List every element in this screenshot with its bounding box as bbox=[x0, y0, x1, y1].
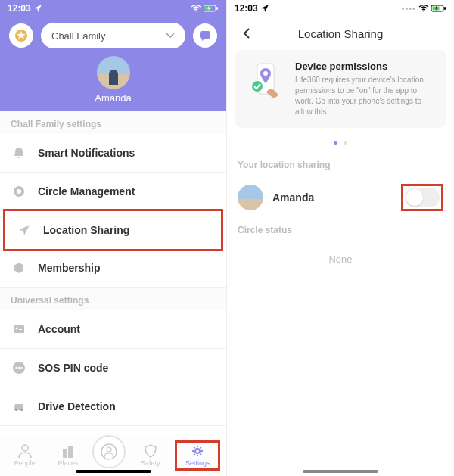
section-header-universal: Universal settings bbox=[0, 288, 226, 310]
location-arrow-icon bbox=[261, 5, 269, 12]
profile-name: Amanda bbox=[95, 92, 131, 104]
building-icon bbox=[61, 444, 76, 458]
list-item-label: Smart Notifications bbox=[38, 147, 135, 159]
card-title: Device permissions bbox=[295, 61, 428, 72]
device-permissions-card[interactable]: Device permissions Life360 requires your… bbox=[235, 50, 446, 128]
location-sharing-screen: 12:03 •••• Location Sharing bbox=[227, 0, 454, 476]
svg-point-24 bbox=[195, 449, 200, 453]
battery-icon bbox=[204, 5, 219, 12]
chevron-left-icon bbox=[242, 27, 251, 39]
gear-icon bbox=[190, 444, 205, 458]
tab-settings[interactable]: Settings bbox=[179, 444, 216, 467]
shield-icon bbox=[143, 444, 158, 458]
svg-point-0 bbox=[195, 11, 197, 12]
avatar-outline-icon bbox=[100, 443, 118, 461]
tab-settings-highlight: Settings bbox=[175, 440, 220, 471]
list-item-membership[interactable]: Membership bbox=[0, 249, 226, 288]
tab-people[interactable]: People bbox=[6, 444, 44, 467]
dot-active bbox=[334, 141, 337, 145]
list-item-smart-notifications[interactable]: Smart Notifications bbox=[0, 134, 226, 173]
svg-point-31 bbox=[252, 81, 263, 92]
settings-list: Chall Family settings Smart Notification… bbox=[0, 111, 226, 434]
carousel-dots bbox=[227, 134, 454, 148]
list-item-drive-detection[interactable]: Drive Detection bbox=[0, 387, 226, 426]
circle-icon bbox=[11, 183, 27, 200]
battery-icon bbox=[431, 5, 446, 12]
bell-icon bbox=[11, 145, 27, 161]
tab-label: Places bbox=[58, 459, 79, 467]
section-header-circle: Chall Family settings bbox=[0, 111, 226, 134]
tab-center-button[interactable] bbox=[92, 435, 126, 468]
page-title: Location Sharing bbox=[227, 27, 454, 40]
home-indicator[interactable] bbox=[76, 470, 151, 473]
circle-selector-label: Chall Family bbox=[51, 30, 106, 42]
svg-rect-20 bbox=[63, 449, 67, 458]
list-item-label: Circle Management bbox=[38, 185, 135, 198]
svg-rect-21 bbox=[68, 446, 73, 458]
list-item-privacy-security[interactable]: Privacy & Security bbox=[0, 426, 226, 434]
home-indicator[interactable] bbox=[303, 470, 378, 473]
hexagon-icon bbox=[11, 260, 27, 276]
toggle-highlight bbox=[401, 184, 443, 211]
location-arrow-icon bbox=[34, 5, 42, 12]
section-header-circle-status: Circle status bbox=[227, 219, 454, 241]
status-time: 12:03 bbox=[235, 3, 258, 14]
list-item-label: Account bbox=[38, 323, 80, 335]
svg-point-23 bbox=[107, 447, 111, 452]
header: Location Sharing bbox=[227, 17, 454, 50]
dots-icon bbox=[11, 359, 27, 376]
list-item-sos-pin[interactable]: SOS PIN code bbox=[0, 349, 226, 387]
svg-point-17 bbox=[20, 409, 23, 411]
back-button[interactable] bbox=[238, 24, 256, 42]
svg-point-25 bbox=[423, 11, 424, 12]
card-body: Life360 requires your device's location … bbox=[295, 75, 428, 117]
circle-status-empty: None bbox=[227, 241, 454, 277]
badge-button[interactable] bbox=[9, 23, 33, 48]
list-item-label: SOS PIN code bbox=[38, 362, 108, 374]
tab-label: Settings bbox=[185, 459, 210, 467]
sharing-user-name: Amanda bbox=[272, 191, 314, 204]
wifi-icon bbox=[418, 5, 429, 12]
chat-icon bbox=[199, 30, 211, 42]
list-item-circle-management[interactable]: Circle Management bbox=[0, 173, 226, 211]
svg-point-13 bbox=[15, 367, 17, 369]
sharing-row: Amanda bbox=[227, 176, 454, 219]
list-item-label: Drive Detection bbox=[38, 400, 116, 412]
list-item-location-sharing[interactable]: Location Sharing bbox=[3, 209, 223, 251]
list-item-label: Membership bbox=[38, 262, 100, 274]
chevron-down-icon bbox=[166, 33, 175, 39]
svg-rect-3 bbox=[216, 7, 218, 10]
car-icon bbox=[11, 398, 27, 415]
section-header-sharing: Your location sharing bbox=[227, 154, 454, 176]
avatar[interactable] bbox=[97, 56, 130, 89]
tab-label: Safety bbox=[141, 459, 160, 467]
permissions-illustration bbox=[245, 61, 286, 101]
svg-point-16 bbox=[15, 409, 17, 411]
avatar[interactable] bbox=[238, 185, 263, 210]
svg-rect-5 bbox=[200, 31, 210, 39]
svg-rect-28 bbox=[444, 7, 446, 10]
list-item-label: Location Sharing bbox=[43, 224, 129, 236]
person-icon bbox=[17, 444, 33, 458]
status-bar: 12:03 bbox=[0, 0, 226, 17]
list-item-account[interactable]: Account bbox=[0, 310, 226, 349]
toggle-knob bbox=[406, 189, 423, 206]
tab-label: People bbox=[14, 459, 36, 467]
svg-point-7 bbox=[17, 189, 21, 194]
status-bar: 12:03 •••• bbox=[227, 0, 454, 17]
dot-inactive bbox=[344, 141, 347, 145]
header: Chall Family Amanda bbox=[0, 17, 226, 111]
tab-places[interactable]: Places bbox=[49, 444, 87, 467]
svg-point-9 bbox=[16, 328, 18, 330]
svg-rect-10 bbox=[19, 328, 23, 328]
card-icon bbox=[11, 321, 27, 338]
star-badge-icon bbox=[14, 29, 28, 42]
svg-rect-11 bbox=[19, 329, 22, 330]
signal-dots: •••• bbox=[402, 4, 416, 13]
circle-selector[interactable]: Chall Family bbox=[41, 23, 185, 48]
svg-point-30 bbox=[263, 71, 268, 76]
messages-button[interactable] bbox=[193, 23, 217, 48]
location-arrow-icon bbox=[16, 222, 33, 238]
tab-safety[interactable]: Safety bbox=[132, 444, 169, 467]
location-sharing-toggle[interactable] bbox=[405, 188, 440, 207]
